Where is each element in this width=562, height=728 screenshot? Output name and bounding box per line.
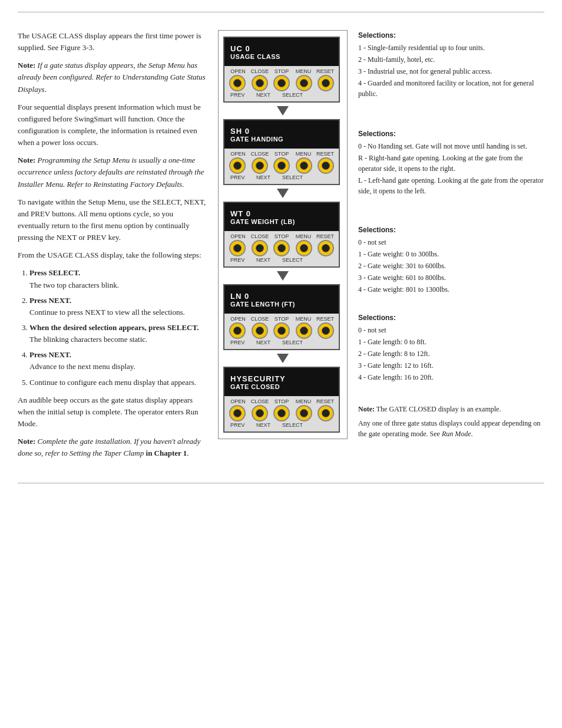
sublabel-next-uc: NEXT [256,92,274,98]
label-menu-wt: MENU [293,233,313,239]
sel-block-sh: Selections: 0 - No Handing set. Gate wil… [358,129,544,196]
screen-line1-wt: WT 0 [230,209,333,218]
btn-open-gc[interactable] [229,405,246,421]
btn-menu-ln[interactable] [296,322,312,339]
btn-close-gc[interactable] [252,405,268,421]
btns-gc [227,405,336,421]
screen-gate-length: LN 0 GATE LENGTH (FT) [224,285,339,314]
btn-menu-wt[interactable] [296,240,312,256]
button-row-gc: OPEN CLOSE STOP MENU RESET [224,396,339,431]
note3-end: . [187,449,189,457]
screen-line1-sh: SH 0 [230,127,333,136]
screen-gate-closed: HYSECURITY GATE CLOSED [224,368,339,396]
btn-reset-wt[interactable] [318,240,334,256]
sublabel-select-gc: SELECT [282,422,303,428]
sel-item-ln-1: 1 - Gate length: 0 to 8ft. [358,337,544,347]
note1-bold: Note: [18,61,35,70]
step-2-sub: Continue to press NEXT to view all the s… [29,308,185,317]
btn-open-ln[interactable] [229,322,246,339]
btn-close-uc[interactable] [252,75,268,91]
btn-stop-ln[interactable] [273,322,290,339]
btn-open-uc[interactable] [229,75,246,91]
btn-close-sh[interactable] [252,157,268,174]
sublabel-prev-ln: PREV [230,340,248,345]
btn-labels-sh: OPEN CLOSE STOP MENU RESET [227,151,336,157]
btn-stop-sh[interactable] [273,157,290,174]
step-1: Press SELECT. The two top characters bli… [29,267,206,291]
btn-labels-uc: OPEN CLOSE STOP MENU RESET [227,68,336,74]
sel-item-uc-2: 2 - Multi-family, hotel, etc. [358,54,544,65]
sublabel-prev-sh: PREV [230,174,248,180]
display-gate-handing: SH 0 GATE HANDING OPEN CLOSE STOP MENU R… [223,119,340,185]
center-displays-column: UC 0 USAGE CLASS OPEN CLOSE STOP MENU RE… [218,30,348,439]
step-3: When the desired selection appears, pres… [29,322,206,345]
label-stop-sh: STOP [272,151,292,157]
btn-reset-ln[interactable] [318,322,334,339]
btn-menu-uc[interactable] [296,75,312,91]
btn-open-sh[interactable] [229,157,246,174]
btn-stop-gc[interactable] [273,405,290,421]
sublabel-select-ln: SELECT [282,340,303,345]
note2: Note: Programming the Setup Menu is usua… [18,154,206,190]
btn-menu-gc[interactable] [296,405,312,421]
btn-stop-wt[interactable] [273,240,290,256]
sel-gc-extra: Any one of three gate status displays co… [358,418,544,439]
btn-close-wt[interactable] [252,240,268,256]
sel-gc-note-title: Note: [358,405,375,413]
note1-end: . [45,85,47,94]
para3: To navigate within the Setup Menu, use t… [18,196,206,244]
button-row-uc: OPEN CLOSE STOP MENU RESET [224,66,339,101]
label-open-wt: OPEN [228,233,248,239]
screen-usage-class: UC 0 USAGE CLASS [224,38,339,66]
label-stop-uc: STOP [272,68,292,74]
btn-menu-sh[interactable] [296,157,312,174]
step-1-sub: The two top characters blink. [29,281,119,289]
sel-item-ln-4: 4 - Gate length: 16 to 20ft. [358,372,544,383]
sel-block-ln: Selections: 0 - not set 1 - Gate length:… [358,312,544,383]
sublabel-next-wt: NEXT [256,257,274,263]
button-row-wt: OPEN CLOSE STOP MENU RESET [224,231,339,266]
btn-reset-gc[interactable] [318,405,334,421]
note3: Note: Complete the gate installation. If… [18,436,206,459]
step-2-main: Press NEXT. [29,296,71,305]
step-5-main: Continue to configure each menu display … [29,378,196,387]
sel-block-gc: Note: The GATE CLOSED display is an exam… [358,404,544,439]
screen-gate-handing: SH 0 GATE HANDING [224,120,339,149]
button-row-sh: OPEN CLOSE STOP MENU RESET [224,149,339,184]
sel-item-wt-3: 3 - Gate weight: 601 to 800lbs. [358,272,544,283]
label-stop-gc: STOP [272,398,292,404]
btn-close-ln[interactable] [252,322,268,339]
label-reset-ln: RESET [315,316,335,322]
btns-sh [227,157,336,174]
sublabel-next-sh: NEXT [256,174,274,180]
btn-sublabels-sh: PREV NEXT SELECT [227,174,336,180]
label-reset-uc: RESET [315,68,335,74]
label-stop-wt: STOP [272,233,292,239]
content-area: The USAGE CLASS display appears the firs… [18,30,544,465]
step-3-main: When the desired selection appears, pres… [29,323,199,332]
screen-line2-gc: GATE CLOSED [230,383,333,390]
label-open-sh: OPEN [228,151,248,157]
sel-gc-note-text: The GATE CLOSED display is an example. [376,405,501,413]
sel-item-ln-3: 3 - Gate length: 12 to 16ft. [358,360,544,371]
label-reset-wt: RESET [315,233,335,239]
btns-ln [227,322,336,339]
note3-bold2: in Chapter 1 [146,449,187,457]
step-3-sub: The blinking characters become static. [29,335,147,344]
label-menu-gc: MENU [293,398,313,404]
label-close-gc: CLOSE [250,398,270,404]
btn-reset-uc[interactable] [318,75,334,91]
sublabel-next-gc: NEXT [256,422,274,428]
sel-title-ln: Selections: [358,312,544,323]
sel-item-wt-4: 4 - Gate weight: 801 to 1300lbs. [358,284,544,295]
btn-stop-uc[interactable] [273,75,290,91]
bottom-rule [18,483,544,483]
screen-line1-uc: UC 0 [230,44,333,53]
sel-title-wt: Selections: [358,225,544,235]
sel-item-uc-4: 4 - Guarded and monitored facility or lo… [358,78,544,99]
left-text-column: The USAGE CLASS display appears the firs… [18,30,218,465]
btn-reset-sh[interactable] [318,157,334,174]
label-menu-uc: MENU [293,68,313,74]
step-4-sub: Advance to the next menu display. [29,362,135,371]
btn-open-wt[interactable] [229,240,246,256]
